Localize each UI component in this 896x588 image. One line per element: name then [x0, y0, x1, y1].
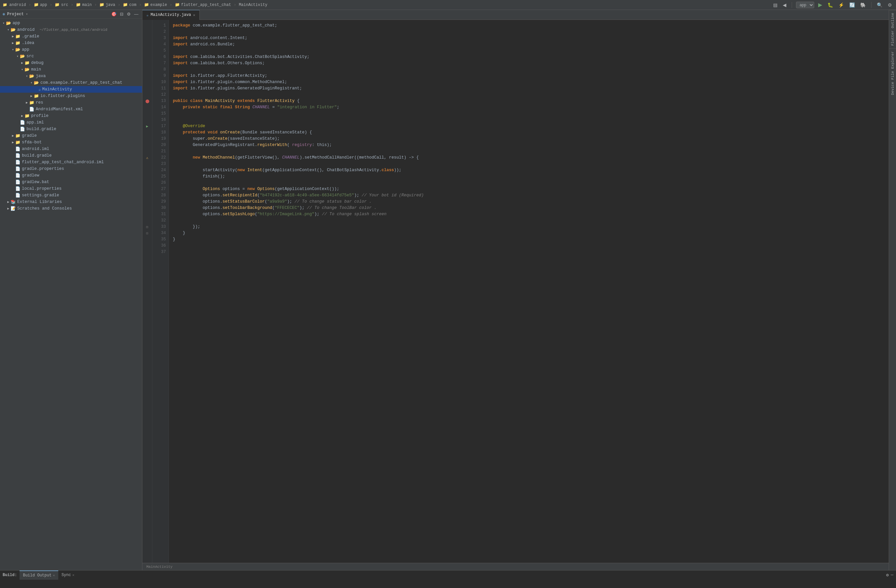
gutter-line-29 — [142, 199, 152, 205]
tree-item-local-props[interactable]: 📄 local.properties — [0, 186, 142, 192]
code-line-29: options.setStatusBarColor("a9a9a9"); // … — [173, 199, 889, 205]
sidebar-minimize-button[interactable]: — — [133, 11, 139, 17]
gutter-line-22-warn[interactable]: ⚠ — [142, 155, 152, 161]
tree-label-src: src — [26, 54, 34, 59]
gutter-line-13-breakpoint[interactable]: ⬤ — [142, 98, 152, 104]
gradle-button[interactable]: 🐘 — [859, 2, 867, 8]
run-button[interactable]: ▶ — [817, 1, 823, 9]
sidebar-locate-button[interactable]: 🎯 — [110, 11, 117, 17]
tree-item-app2[interactable]: ▾ 📂 app — [0, 46, 142, 53]
gutter-line-33-fold[interactable]: ⊟ — [142, 224, 152, 230]
gutter-line-24 — [142, 167, 152, 174]
line-num-8: 8 — [152, 67, 169, 73]
breadcrumb-app[interactable]: 📁 app — [34, 2, 47, 7]
chevron-down-icon-app2: ▾ — [11, 48, 15, 52]
bottom-tab-sync[interactable]: Sync ✕ — [58, 570, 78, 580]
code-editor[interactable]: ⬤ ▶ ⚠ — [142, 20, 889, 563]
tree-item-build-gradle[interactable]: 📄 build.gradle — [0, 152, 142, 159]
tree-item-io-flutter[interactable]: ▶ 📁 io.flutter.plugins — [0, 93, 142, 99]
tree-item-scratches[interactable]: ▶ 📝 Scratches and Consoles — [0, 205, 142, 212]
code-content[interactable]: package com.example.flutter_app_test_cha… — [169, 20, 889, 563]
bottom-right-icons: ⚙ — — [886, 573, 896, 578]
tab-close-icon[interactable]: ✕ — [193, 13, 195, 17]
line-num-12: 12 — [152, 92, 169, 98]
gutter-line-34-fold[interactable]: ⊟ — [142, 230, 152, 236]
bottom-settings-icon[interactable]: ⚙ — [886, 573, 889, 578]
line-num-35: 35 — [152, 236, 169, 243]
spacer-gradlew — [11, 174, 15, 177]
tree-item-android[interactable]: ▾ 📂 android ~/flutter_app_test_chat/andr… — [0, 26, 142, 33]
editor-tab-mainactivity[interactable]: ☕ MainActivity.java ✕ — [142, 10, 200, 20]
tree-label-sfda: sfda-bot — [22, 140, 42, 145]
tree-item-gradle-props[interactable]: 📄 gradle.properties — [0, 166, 142, 172]
tree-content: ▾ 📂 app ▾ 📂 android ~/flutter_app_test_c… — [0, 18, 142, 212]
tree-item-settings-gradle[interactable]: 📄 settings.gradle — [0, 192, 142, 199]
tree-item-gradlew[interactable]: 📄 gradlew — [0, 172, 142, 179]
code-line-25: finish(); — [173, 174, 889, 180]
tree-item-main[interactable]: ▾ 📂 main — [0, 66, 142, 73]
gradle-file-icon: 📄 — [15, 153, 21, 158]
code-line-20: GeneratedPluginRegistrant.registerWith( … — [173, 142, 889, 148]
java-tab-icon: ☕ — [146, 13, 149, 17]
bottom-minimize-icon[interactable]: — — [891, 573, 893, 577]
debug-button[interactable]: 🐛 — [826, 2, 834, 8]
breadcrumb-mainactivity-label: MainActivity — [239, 3, 267, 7]
breadcrumb-example[interactable]: 📁 example — [144, 2, 167, 7]
tree-item-app-iml[interactable]: 📄 app.iml — [0, 119, 142, 126]
folder-closed-icon-gradle2: 📁 — [15, 133, 21, 139]
tree-item-flutter-android-iml[interactable]: 📄 flutter_app_test_chat_android.iml — [0, 159, 142, 166]
back-icon-button[interactable]: ◀ — [782, 2, 788, 8]
bottom-tab-build-output[interactable]: Build Output ✕ — [20, 570, 58, 580]
tree-item-src[interactable]: ▾ 📂 src — [0, 53, 142, 59]
code-line-13: public class MainActivity extends Flutte… — [173, 98, 889, 104]
gutter-line-8 — [142, 67, 152, 73]
tree-item-com-example[interactable]: ▾ 📂 com.example.flutter_app_test_chat — [0, 79, 142, 86]
tree-item-gradle2[interactable]: ▶ 📁 gradle — [0, 133, 142, 139]
breadcrumb-com[interactable]: 📁 com — [123, 2, 136, 7]
spacer-flutter-iml — [11, 161, 15, 164]
build-output-close-icon[interactable]: ✕ — [53, 573, 55, 577]
sync-label: Sync — [62, 573, 71, 577]
tree-item-idea[interactable]: ▶ 📁 .idea — [0, 40, 142, 46]
breadcrumb-mainactivity[interactable]: MainActivity — [239, 3, 267, 7]
breadcrumb-src[interactable]: 📁 src — [55, 2, 68, 7]
profile-button[interactable]: ⚡ — [837, 2, 845, 8]
tree-item-res[interactable]: ▶ 📁 res — [0, 99, 142, 106]
code-line-31: options.setSplashLogo("https://ImageLink… — [173, 211, 889, 218]
breadcrumb-main[interactable]: 📁 main — [76, 2, 92, 7]
tree-item-mainactivity[interactable]: ☕ MainActivity — [0, 86, 142, 93]
tree-item-app-root[interactable]: ▾ 📂 app — [0, 20, 142, 26]
sync-button[interactable]: 🔄 — [848, 2, 856, 8]
tree-item-gradlew-bat[interactable]: 📄 gradlew.bat — [0, 179, 142, 186]
folder-open-icon-app2: 📂 — [15, 47, 21, 52]
tree-item-java[interactable]: ▾ 📂 java — [0, 73, 142, 79]
iml-file-icon-app: 📄 — [20, 120, 25, 125]
settings-button[interactable]: ⚙ — [886, 2, 893, 8]
tree-item-gradle[interactable]: ▶ 📁 .gradle — [0, 33, 142, 40]
gutter-line-17-run[interactable]: ▶ — [142, 123, 152, 129]
tree-item-debug[interactable]: ▶ 📁 debug — [0, 59, 142, 66]
chevron-right-icon-res: ▶ — [24, 101, 29, 105]
device-file-explorer-tab[interactable]: Device File Explorer — [889, 48, 896, 97]
tree-item-android-iml[interactable]: 📄 android.iml — [0, 146, 142, 152]
code-line-33: }); — [173, 224, 889, 230]
chevron-right-icon-gradle2: ▶ — [11, 134, 15, 138]
flutter-outline-tab[interactable]: Flutter Outline — [889, 10, 896, 48]
code-line-28: options.setRecipientId("b474192c-a618-4c… — [173, 192, 889, 199]
breadcrumb-java[interactable]: 📁 java — [99, 2, 115, 7]
app-selector[interactable]: app — [796, 2, 814, 8]
sync-close-icon[interactable]: ✕ — [72, 573, 74, 577]
breadcrumb-flutter-chat[interactable]: 📁 flutter_app_test_chat — [175, 2, 231, 7]
tree-item-profile[interactable]: ▶ 📁 profile — [0, 113, 142, 119]
spacer-local-props — [11, 187, 15, 191]
sidebar-settings-button[interactable]: ⚙ — [126, 11, 132, 17]
tree-item-ext-libs[interactable]: ▶ 📚 External Libraries — [0, 199, 142, 205]
tree-item-sfda-bot[interactable]: ▶ 📁 sfda-bot — [0, 139, 142, 146]
breadcrumb-android[interactable]: android — [9, 3, 26, 7]
tree-item-androidmanifest[interactable]: 📄 AndroidManifest.xml — [0, 106, 142, 113]
sidebar-dropdown-arrow[interactable]: ▾ — [26, 12, 28, 16]
tree-item-build-gradle-app[interactable]: 📄 build.gradle — [0, 126, 142, 133]
sidebar-collapse-all-button[interactable]: ⊟ — [119, 11, 125, 17]
search-icon-button[interactable]: 🔍 — [875, 2, 884, 8]
layout-icon-button[interactable]: ▤ — [772, 2, 779, 8]
